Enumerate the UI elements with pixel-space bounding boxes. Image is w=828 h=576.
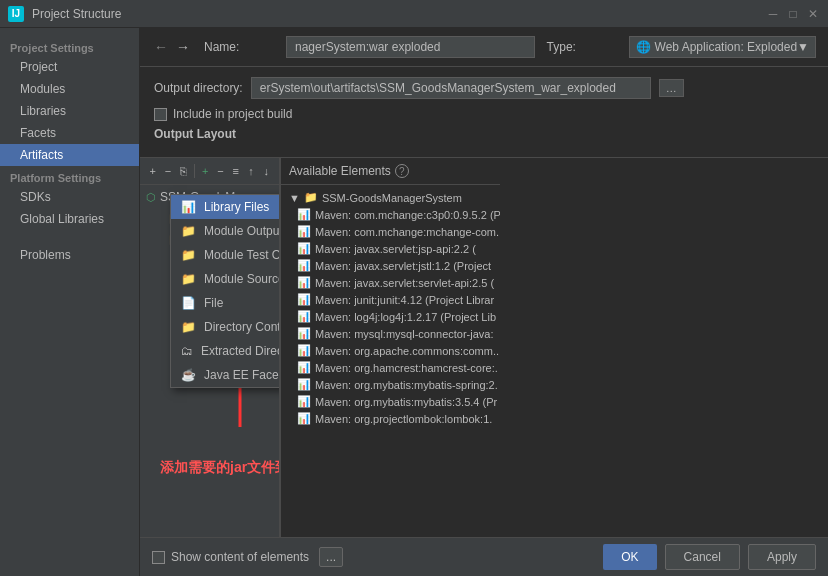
output-down-button[interactable]: ↓ xyxy=(260,162,273,180)
help-icon[interactable]: ? xyxy=(395,164,409,178)
show-content-more-button[interactable]: ... xyxy=(319,547,343,567)
output-up-button[interactable]: ↑ xyxy=(244,162,257,180)
extracted-dir-label: Extracted Directory xyxy=(201,344,280,358)
elements-root-item[interactable]: ▼ 📁 SSM-GoodsManagerSystem xyxy=(281,189,500,206)
elem-item-2[interactable]: 📊 Maven: javax.servlet:jsp-api:2.2 ( xyxy=(281,240,500,257)
maven-icon-3: 📊 xyxy=(297,259,311,272)
include-build-checkbox[interactable] xyxy=(154,108,167,121)
module-sources-icon: 📁 xyxy=(181,272,196,286)
sidebar-item-modules[interactable]: Modules xyxy=(0,78,139,100)
maximize-button[interactable]: □ xyxy=(786,7,800,21)
elem-item-5[interactable]: 📊 Maven: junit:junit:4.12 (Project Libra… xyxy=(281,291,500,308)
elem-label-8: Maven: org.apache.commons:comm... xyxy=(315,345,500,357)
elem-item-3[interactable]: 📊 Maven: javax.servlet:jstl:1.2 (Project xyxy=(281,257,500,274)
elem-item-6[interactable]: 📊 Maven: log4j:log4j:1.2.17 (Project Lib xyxy=(281,308,500,325)
sidebar-item-global-libraries[interactable]: Global Libraries xyxy=(0,208,139,230)
maven-icon-6: 📊 xyxy=(297,310,311,323)
dropdown-module-test-output[interactable]: 📁 Module Test Output xyxy=(171,243,280,267)
include-build-row: Include in project build xyxy=(154,107,814,121)
show-content-label: Show content of elements xyxy=(171,550,309,564)
library-files-icon: 📊 xyxy=(181,200,196,214)
ok-button[interactable]: OK xyxy=(603,544,656,570)
elem-item-0[interactable]: 📊 Maven: com.mchange:c3p0:0.9.5.2 (P xyxy=(281,206,500,223)
elements-root-label: SSM-GoodsManagerSystem xyxy=(322,192,462,204)
sidebar-item-sdks[interactable]: SDKs xyxy=(0,186,139,208)
output-add-button[interactable]: + xyxy=(199,162,212,180)
dropdown-java-ee-facet[interactable]: ☕ Java EE Facet Resources xyxy=(171,363,280,387)
maven-icon-10: 📊 xyxy=(297,378,311,391)
directory-content-icon: 📁 xyxy=(181,320,196,334)
maven-icon-1: 📊 xyxy=(297,225,311,238)
close-button[interactable]: ✕ xyxy=(806,7,820,21)
type-label: Type: xyxy=(547,40,617,54)
show-content-checkbox[interactable] xyxy=(152,551,165,564)
sidebar-item-facets[interactable]: Facets xyxy=(0,122,139,144)
file-label: File xyxy=(204,296,223,310)
output-arrange-button[interactable]: ≡ xyxy=(229,162,242,180)
module-test-output-label: Module Test Output xyxy=(204,248,280,262)
type-dropdown[interactable]: 🌐 Web Application: Exploded ▼ xyxy=(629,36,816,58)
right-panel: ← → Name: nagerSystem:war exploded Type:… xyxy=(140,28,828,576)
elem-item-4[interactable]: 📊 Maven: javax.servlet:servlet-api:2.5 ( xyxy=(281,274,500,291)
module-test-output-icon: 📁 xyxy=(181,248,196,262)
elem-label-3: Maven: javax.servlet:jstl:1.2 (Project xyxy=(315,260,491,272)
output-dir-label: Output directory: xyxy=(154,81,243,95)
elem-item-7[interactable]: 📊 Maven: mysql:mysql-connector-java: xyxy=(281,325,500,342)
dropdown-file[interactable]: 📄 File xyxy=(171,291,280,315)
sidebar-item-libraries[interactable]: Libraries xyxy=(0,100,139,122)
dropdown-arrow-icon: ▼ xyxy=(797,40,809,54)
dropdown-library-files[interactable]: 📊 Library Files xyxy=(171,195,280,219)
forward-arrow[interactable]: → xyxy=(174,39,192,55)
type-icon: 🌐 xyxy=(636,40,651,54)
title-bar: IJ Project Structure ─ □ ✕ xyxy=(0,0,828,28)
maven-icon-2: 📊 xyxy=(297,242,311,255)
tree-toolbar: + − ⎘ + − ≡ ↑ ↓ xyxy=(140,158,279,185)
java-ee-label: Java EE Facet Resources xyxy=(204,368,280,382)
dropdown-module-output[interactable]: 📁 Module Output xyxy=(171,219,280,243)
bottom-bar: Show content of elements ... OK Cancel A… xyxy=(140,537,828,576)
sidebar-item-project[interactable]: Project xyxy=(0,56,139,78)
name-field[interactable]: nagerSystem:war exploded xyxy=(286,36,535,58)
type-value: Web Application: Exploded xyxy=(655,40,798,54)
back-arrow[interactable]: ← xyxy=(152,39,170,55)
dropdown-extracted-directory[interactable]: 🗂 Extracted Directory xyxy=(171,339,280,363)
tree-copy-button[interactable]: ⎘ xyxy=(177,162,190,180)
java-ee-icon: ☕ xyxy=(181,368,196,382)
apply-button[interactable]: Apply xyxy=(748,544,816,570)
output-dir-field[interactable]: erSystem\out\artifacts\SSM_GoodsManagerS… xyxy=(251,77,651,99)
browse-button[interactable]: … xyxy=(659,79,684,97)
app-logo: IJ xyxy=(8,6,24,22)
available-elements-label: Available Elements xyxy=(289,164,391,178)
elem-label-12: Maven: org.projectlombok:lombok:1. xyxy=(315,413,492,425)
cancel-button[interactable]: Cancel xyxy=(665,544,740,570)
elem-item-11[interactable]: 📊 Maven: org.mybatis:mybatis:3.5.4 (Pr xyxy=(281,393,500,410)
maven-icon-9: 📊 xyxy=(297,361,311,374)
elem-label-7: Maven: mysql:mysql-connector-java: xyxy=(315,328,494,340)
output-remove-button[interactable]: − xyxy=(214,162,227,180)
maven-icon-0: 📊 xyxy=(297,208,311,221)
elem-item-9[interactable]: 📊 Maven: org.hamcrest:hamcrest-core:. xyxy=(281,359,500,376)
minimize-button[interactable]: ─ xyxy=(766,7,780,21)
sidebar-item-artifacts[interactable]: Artifacts xyxy=(0,144,139,166)
dropdown-module-sources[interactable]: 📁 Module Sources xyxy=(171,267,280,291)
elem-item-12[interactable]: 📊 Maven: org.projectlombok:lombok:1. xyxy=(281,410,500,427)
sidebar: Project Settings Project Modules Librari… xyxy=(0,28,140,576)
left-tree: + − ⎘ + − ≡ ↑ ↓ ⬡ SSM-GoodsManage xyxy=(140,158,280,537)
main-container: Project Settings Project Modules Librari… xyxy=(0,28,828,576)
dropdown-directory-content[interactable]: 📁 Directory Content xyxy=(171,315,280,339)
module-sources-label: Module Sources xyxy=(204,272,280,286)
tree-remove-button[interactable]: − xyxy=(161,162,174,180)
elem-item-8[interactable]: 📊 Maven: org.apache.commons:comm... xyxy=(281,342,500,359)
content-area: + − ⎘ + − ≡ ↑ ↓ ⬡ SSM-GoodsManage xyxy=(140,158,828,537)
maven-icon-12: 📊 xyxy=(297,412,311,425)
annotation-text: 添加需要的jar文件到lib目录 xyxy=(160,459,280,477)
tree-add-button[interactable]: + xyxy=(146,162,159,180)
file-icon: 📄 xyxy=(181,296,196,310)
top-row: ← → Name: nagerSystem:war exploded Type:… xyxy=(140,28,828,67)
project-settings-heading: Project Settings xyxy=(0,36,139,56)
elem-label-2: Maven: javax.servlet:jsp-api:2.2 ( xyxy=(315,243,476,255)
elem-item-1[interactable]: 📊 Maven: com.mchange:mchange-com... xyxy=(281,223,500,240)
elem-item-10[interactable]: 📊 Maven: org.mybatis:mybatis-spring:2. xyxy=(281,376,500,393)
sidebar-item-problems[interactable]: Problems xyxy=(0,244,139,266)
available-elements-panel: Available Elements ? ▼ 📁 SSM-GoodsManage… xyxy=(280,158,500,537)
